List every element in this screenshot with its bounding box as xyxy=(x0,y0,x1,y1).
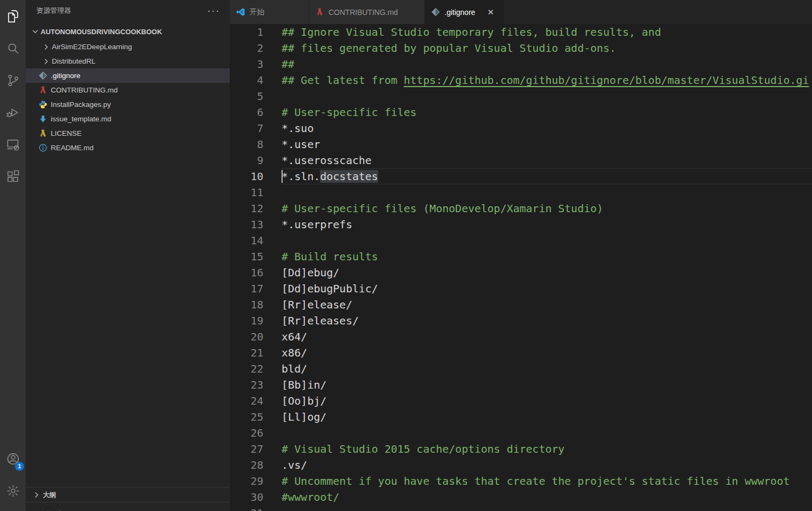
code-line-30[interactable]: #wwwroot/ xyxy=(282,489,812,505)
code-link[interactable]: https://github.com/github/gitignore/blob… xyxy=(404,74,809,87)
activity-search-button[interactable] xyxy=(0,36,26,62)
code-line-14[interactable] xyxy=(282,233,812,249)
tree-folder-distributedrl[interactable]: DistributedRL xyxy=(26,54,230,68)
line-number[interactable]: 11 xyxy=(230,184,282,200)
tree-file-readme-md[interactable]: README.md xyxy=(26,141,230,155)
code-line-1[interactable]: ## Ignore Visual Studio temporary files,… xyxy=(282,24,812,40)
panel-header-outline[interactable]: 大纲 xyxy=(26,487,230,502)
code-line-2[interactable]: ## files generated by popular Visual Stu… xyxy=(282,40,812,56)
code-text: # Visual Studio 2015 cache/options direc… xyxy=(282,443,565,455)
code-line-27[interactable]: # Visual Studio 2015 cache/options direc… xyxy=(282,441,812,457)
code-text: ## Get latest from xyxy=(282,74,404,87)
more-actions-icon[interactable]: ··· xyxy=(204,6,223,16)
code-line-24[interactable]: [Oo]bj/ xyxy=(282,393,812,409)
line-number[interactable]: 30 xyxy=(230,489,282,505)
line-number[interactable]: 12 xyxy=(230,200,282,216)
code-line-31[interactable] xyxy=(282,505,812,511)
line-number[interactable]: 19 xyxy=(230,313,282,329)
activity-explorer-button[interactable] xyxy=(0,4,26,30)
line-number[interactable]: 1 xyxy=(230,24,282,40)
code-line-17[interactable]: [Dd]ebugPublic/ xyxy=(282,281,812,297)
tree-item-label: .gitignore xyxy=(51,72,81,80)
code-line-4[interactable]: ## Get latest from https://github.com/gi… xyxy=(282,72,812,88)
code-line-21[interactable]: x86/ xyxy=(282,345,812,361)
tab-开始[interactable]: 开始 xyxy=(230,0,309,24)
line-number[interactable]: 15 xyxy=(230,249,282,265)
tree-file-license[interactable]: LICENSE xyxy=(26,126,230,141)
code-line-13[interactable]: *.userprefs xyxy=(282,216,812,233)
line-number[interactable]: 5 xyxy=(230,88,282,104)
line-number[interactable]: 10 xyxy=(230,168,282,184)
line-number[interactable]: 28 xyxy=(230,457,282,473)
activity-remote-explorer-button[interactable] xyxy=(0,133,26,158)
tree-item-label: AirSimE2EDeepLearning xyxy=(52,43,132,51)
code-line-5[interactable] xyxy=(282,88,812,104)
line-number[interactable]: 3 xyxy=(230,56,282,72)
tab--gitignore[interactable]: .gitignore✕ xyxy=(425,0,505,24)
line-number[interactable]: 27 xyxy=(230,441,282,457)
line-number[interactable]: 4 xyxy=(230,72,282,88)
line-number[interactable]: 18 xyxy=(230,297,282,313)
code-line-28[interactable]: .vs/ xyxy=(282,457,812,473)
tree-file-installpackages-py[interactable]: InstallPackages.py xyxy=(26,97,230,112)
tree-root-header[interactable]: AUTONOMOUSDRIVINGCOOKBOOK xyxy=(26,24,230,39)
tree-file-contributing-md[interactable]: CONTRIBUTING.md xyxy=(26,83,230,97)
extensions-icon xyxy=(6,169,20,186)
code-line-25[interactable]: [Ll]og/ xyxy=(282,409,812,425)
explorer-icon xyxy=(6,9,20,26)
code-line-10[interactable]: *.sln.docstates xyxy=(282,168,812,184)
line-number[interactable]: 20 xyxy=(230,329,282,345)
line-number[interactable]: 25 xyxy=(230,409,282,425)
code-text: bld/ xyxy=(282,362,307,375)
tree-folder-airsime2edeeplearning[interactable]: AirSimE2EDeepLearning xyxy=(26,40,230,54)
close-icon[interactable]: ✕ xyxy=(485,6,497,18)
line-number[interactable]: 23 xyxy=(230,377,282,393)
editor-gutter: 1234567891011121314151617181920212223242… xyxy=(230,24,282,511)
code-line-9[interactable]: *.userosscache xyxy=(282,152,812,168)
line-number[interactable]: 6 xyxy=(230,104,282,120)
code-line-7[interactable]: *.suo xyxy=(282,120,812,136)
line-number[interactable]: 22 xyxy=(230,361,282,377)
code-line-18[interactable]: [Rr]elease/ xyxy=(282,297,812,313)
code-line-6[interactable]: # User-specific files xyxy=(282,104,812,120)
code-text: [Rr]elease/ xyxy=(282,298,352,311)
tree-file-issue-template-md[interactable]: issue_template.md xyxy=(26,112,230,126)
account-button[interactable]: 1 xyxy=(0,447,26,473)
line-number[interactable]: 21 xyxy=(230,345,282,361)
activity-run-debug-button[interactable] xyxy=(0,100,26,126)
line-number[interactable]: 17 xyxy=(230,281,282,297)
activity-source-control-button[interactable] xyxy=(0,68,26,94)
activity-extensions-button[interactable] xyxy=(0,165,26,190)
code-line-11[interactable] xyxy=(282,184,812,200)
line-number[interactable]: 2 xyxy=(230,40,282,56)
code-line-19[interactable]: [Rr]eleases/ xyxy=(282,313,812,329)
code-line-26[interactable] xyxy=(282,425,812,441)
code-line-3[interactable]: ## xyxy=(282,56,812,72)
code-line-20[interactable]: x64/ xyxy=(282,329,812,345)
line-number[interactable]: 9 xyxy=(230,152,282,168)
code-line-15[interactable]: # Build results xyxy=(282,249,812,265)
line-number[interactable]: 14 xyxy=(230,233,282,249)
code-line-22[interactable]: bld/ xyxy=(282,361,812,377)
vscode-icon xyxy=(236,7,245,17)
code-text: .vs/ xyxy=(282,459,307,471)
editor[interactable]: 1234567891011121314151617181920212223242… xyxy=(230,24,812,511)
line-number[interactable]: 7 xyxy=(230,120,282,136)
editor-code-area[interactable]: ## Ignore Visual Studio temporary files,… xyxy=(282,24,812,511)
line-number[interactable]: 24 xyxy=(230,393,282,409)
line-number[interactable]: 16 xyxy=(230,265,282,281)
panel-header-timeline[interactable]: 时间线 xyxy=(26,502,230,511)
code-line-23[interactable]: [Bb]in/ xyxy=(282,377,812,393)
settings-button[interactable] xyxy=(0,479,26,505)
code-line-16[interactable]: [Dd]ebug/ xyxy=(282,265,812,281)
tab-contributing-md[interactable]: CONTRIBUTING.md xyxy=(309,0,425,24)
line-number[interactable]: 29 xyxy=(230,473,282,489)
line-number[interactable]: 8 xyxy=(230,136,282,152)
code-line-29[interactable]: # Uncomment if you have tasks that creat… xyxy=(282,473,812,489)
code-line-8[interactable]: *.user xyxy=(282,136,812,152)
tree-file--gitignore[interactable]: .gitignore xyxy=(26,68,230,83)
code-line-12[interactable]: # User-specific files (MonoDevelop/Xamar… xyxy=(282,200,812,216)
line-number[interactable]: 31 xyxy=(230,505,282,511)
line-number[interactable]: 26 xyxy=(230,425,282,441)
line-number[interactable]: 13 xyxy=(230,216,282,233)
